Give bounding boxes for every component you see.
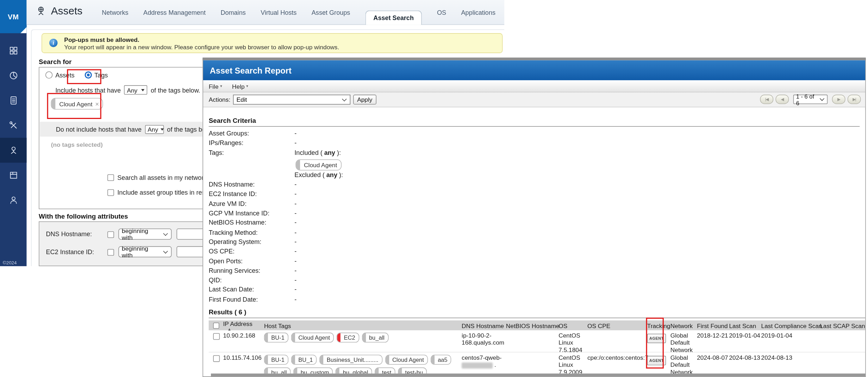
search-criteria-section: Search Criteria Asset Groups:-IPs/Ranges… (209, 117, 860, 306)
redacted-line: . (462, 362, 504, 369)
report-titlebar[interactable]: Asset Search Report (203, 60, 865, 80)
table-row[interactable]: 10.115.74.106BU-1BU_1Business_Unit......… (209, 352, 865, 373)
criteria-value: - (294, 181, 860, 188)
tag-pill-bu-global[interactable]: bu_global (336, 367, 372, 374)
column-header-tracking[interactable]: Tracking (646, 322, 669, 329)
remove-tag-icon[interactable]: × (95, 100, 102, 108)
tag-grip (296, 160, 300, 170)
attribute-operator-select[interactable]: beginning with (118, 246, 171, 257)
tab-virtual-hosts[interactable]: Virtual Hosts (261, 9, 296, 16)
tag-pill-test[interactable]: test (375, 367, 395, 374)
criteria-label: QID: (209, 277, 295, 283)
attribute-checkbox[interactable] (107, 231, 114, 238)
tag-pill-cloud-agent[interactable]: Cloud Agent (291, 333, 334, 343)
sidebar-item-radar[interactable] (0, 63, 26, 88)
column-header-ip-address[interactable]: IP Address▲ (222, 320, 263, 331)
tag-pill-cloud-agent[interactable]: Cloud Agent (295, 159, 341, 170)
tab-applications[interactable]: Applications (461, 9, 495, 16)
previous-page-button[interactable]: ◀ (775, 95, 789, 104)
sidebar-item-tools[interactable] (0, 113, 26, 138)
criteria-row-operating-system: Operating System:- (209, 239, 860, 248)
first-page-button[interactable]: |◀ (760, 95, 773, 104)
notice-title: Pop-ups must be allowed. (64, 37, 139, 43)
row-checkbox[interactable] (213, 333, 220, 340)
column-header-dns-hostname[interactable]: DNS Hostname (461, 322, 505, 329)
include-group-titles-checkbox[interactable] (107, 189, 114, 196)
report-bottom-scrollbar[interactable] (211, 374, 865, 377)
tag-pill-bu-all[interactable]: bu_all (362, 333, 388, 343)
tag-pill-aa5[interactable]: aa5 (431, 355, 451, 365)
tag-pill-cloud-agent[interactable]: Cloud Agent× (51, 98, 103, 109)
search-all-assets-row: Search all assets in my network (107, 174, 207, 181)
search-all-assets-checkbox[interactable] (107, 174, 114, 181)
document-icon (8, 96, 18, 105)
tag-pill-cloud-agent[interactable]: Cloud Agent (385, 355, 427, 365)
tab-asset-search[interactable]: Asset Search (365, 11, 422, 25)
tag-pill-bu-all[interactable]: bu_all (264, 367, 291, 374)
criteria-value: - (294, 239, 860, 245)
attribute-operator-select[interactable]: beginning with (118, 228, 171, 239)
criteria-value: - (294, 258, 860, 264)
column-header-last-scap-scan[interactable]: Last SCAP Scan (819, 322, 865, 329)
tag-label: test (379, 369, 394, 374)
tab-os[interactable]: OS (437, 9, 446, 16)
tag-pill-bu-1[interactable]: BU-1 (264, 355, 288, 365)
attributes-heading: With the following attributes (39, 213, 128, 220)
column-header-os[interactable]: OS (557, 322, 586, 329)
sidebar-icon-list (0, 38, 26, 212)
chevron-down-icon (163, 231, 168, 235)
apply-button[interactable]: Apply (353, 95, 376, 105)
last-page-button[interactable]: ▶| (848, 95, 861, 104)
include-operator-select[interactable]: Any (124, 85, 148, 95)
report-menubar: File▾Help▾ (203, 80, 865, 93)
criteria-value: - (294, 277, 860, 283)
report-content: Search Criteria Asset Groups:-IPs/Ranges… (203, 110, 865, 374)
row-checkbox[interactable] (213, 355, 220, 362)
sidebar-item-document[interactable] (0, 88, 26, 113)
next-page-button[interactable]: ▶ (832, 95, 845, 104)
column-header-last-compliance-scan[interactable]: Last Compliance Scan (760, 322, 819, 329)
tag-grip (431, 355, 434, 364)
sidebar-item-user[interactable] (0, 188, 26, 213)
tag-pill-bu-1[interactable]: BU-1 (264, 333, 288, 343)
included-tags-line: Included ( any ): (294, 149, 860, 159)
actions-select[interactable]: Edit (233, 95, 350, 105)
column-header-last-scan[interactable]: Last Scan (728, 322, 760, 329)
attribute-checkbox[interactable] (107, 249, 114, 256)
sidebar-item-assets[interactable] (0, 138, 26, 163)
page-range-select[interactable]: 1 - 6 of 6 (793, 95, 828, 104)
assets-radio[interactable] (45, 71, 52, 78)
column-header-host-tags[interactable]: Host Tags (263, 322, 461, 329)
criteria-label: Tags: (209, 149, 295, 156)
tag-pill-bu-custom[interactable]: bu_custom (293, 367, 333, 374)
asset-search-report-window: Asset Search Report File▾Help▾ Actions: … (202, 57, 866, 377)
column-header-netbios-hostname[interactable]: NetBIOS Hostname (505, 322, 557, 329)
table-row[interactable]: 10.90.2.168BU-1Cloud AgentEC2bu_allip-10… (209, 331, 865, 353)
select-all-checkbox[interactable] (213, 323, 219, 329)
tab-address-management[interactable]: Address Management (143, 9, 206, 16)
criteria-row-qid: QID:- (209, 277, 860, 286)
tab-asset-groups[interactable]: Asset Groups (312, 9, 350, 16)
tab-domains[interactable]: Domains (220, 9, 245, 16)
criteria-row-open-ports: Open Ports:- (209, 258, 860, 267)
menu-file[interactable]: File▾ (209, 83, 222, 89)
tag-pill-test-bu[interactable]: test-bu (398, 367, 427, 374)
include-suffix: of the tags below. (151, 87, 200, 93)
tag-grip (375, 368, 379, 373)
criteria-label: OS CPE: (209, 248, 295, 255)
tag-pill-ec2[interactable]: EC2 (337, 333, 359, 343)
column-header-first-found[interactable]: First Found (696, 322, 728, 329)
module-switcher[interactable]: VM (0, 0, 26, 33)
exclude-operator-select[interactable]: Any (145, 125, 163, 134)
criteria-label: Asset Groups: (209, 130, 295, 137)
sidebar-item-container[interactable] (0, 163, 26, 188)
menu-help[interactable]: Help▾ (232, 83, 248, 89)
tag-grip (264, 368, 268, 373)
column-header-network[interactable]: Network (669, 322, 696, 329)
tag-pill-business-unit[interactable]: Business_Unit......... (319, 355, 382, 365)
tag-pill-bu-1[interactable]: BU_1 (291, 355, 317, 365)
tab-networks[interactable]: Networks (102, 9, 128, 16)
sidebar-item-dashboard-grid[interactable] (0, 38, 26, 63)
tags-radio[interactable] (85, 71, 92, 78)
column-header-os-cpe[interactable]: OS CPE (586, 322, 646, 329)
